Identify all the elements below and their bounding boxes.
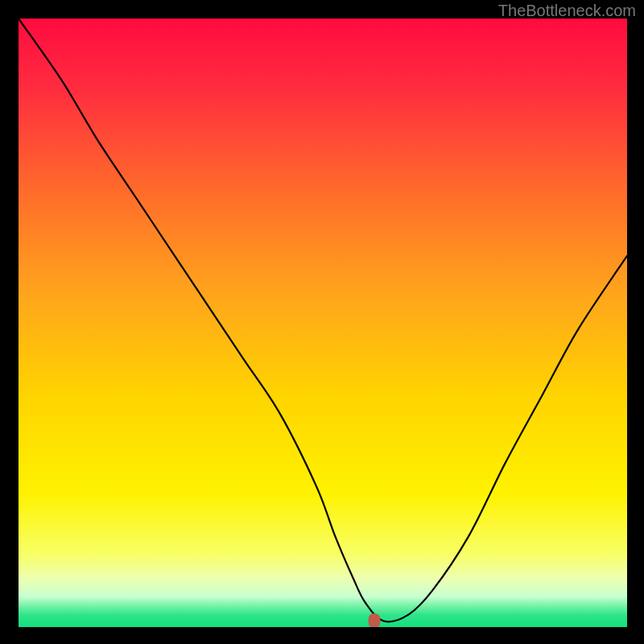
current-point-marker [369, 613, 381, 627]
chart-frame: TheBottleneck.com [0, 0, 644, 644]
plot-area [19, 19, 627, 627]
bottleneck-curve [19, 19, 627, 627]
watermark-text: TheBottleneck.com [498, 2, 636, 20]
